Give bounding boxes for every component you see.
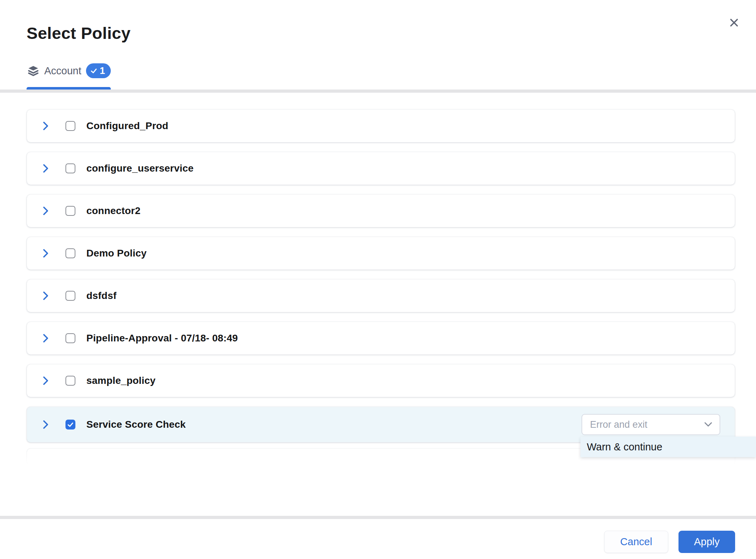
header-divider [0,90,756,93]
selected-count-badge: 1 [86,63,111,78]
failure-action-value: Error and exit [590,419,647,430]
chevron-right-icon[interactable] [42,333,49,343]
chevron-right-icon[interactable] [42,121,49,131]
chevron-right-icon[interactable] [42,163,49,173]
policy-row-pipeline-approval[interactable]: Pipeline-Approval - 07/18- 08:49 [27,322,735,355]
policy-name: Service Score Check [86,419,186,430]
policy-row-configured-prod[interactable]: Configured_Prod [27,110,735,142]
failure-action-dropdown-menu: Warn & continue [580,437,756,457]
policy-checkbox[interactable] [65,248,75,258]
chevron-right-icon[interactable] [42,420,49,430]
policy-name: dsfdsf [86,290,116,301]
policy-checkbox[interactable] [65,333,75,343]
dialog-title: Select Policy [27,23,131,43]
dropdown-option-warn-continue[interactable]: Warn & continue [580,437,756,457]
close-icon[interactable] [725,13,743,32]
layers-icon [27,65,40,77]
policy-row-sample-policy[interactable]: sample_policy [27,364,735,397]
failure-action-select[interactable]: Error and exit [582,414,720,435]
policy-name: sample_policy [86,375,156,386]
policy-checkbox[interactable] [65,206,75,216]
chevron-right-icon[interactable] [42,206,49,216]
chevron-right-icon[interactable] [42,248,49,258]
policy-checkbox[interactable] [65,291,75,301]
cancel-button[interactable]: Cancel [604,531,668,553]
selected-count: 1 [100,65,105,76]
tab-account[interactable]: Account 1 [27,62,111,79]
policy-row-demo-policy[interactable]: Demo Policy [27,237,735,270]
policy-name: Demo Policy [86,248,147,259]
select-policy-dialog: Select Policy Account 1 Configured_Prod [0,0,756,559]
policy-row-connector2[interactable]: connector2 [27,195,735,227]
check-icon [90,67,97,74]
tab-account-label: Account [44,65,81,77]
policy-row-dsfdsf[interactable]: dsfdsf [27,280,735,312]
policy-name: Pipeline-Approval - 07/18- 08:49 [86,333,238,344]
chevron-right-icon[interactable] [42,376,49,386]
apply-button[interactable]: Apply [678,531,735,553]
policy-row-configure-userservice[interactable]: configure_userservice [27,152,735,185]
policy-checkbox[interactable] [65,376,75,386]
chevron-right-icon[interactable] [42,291,49,301]
chevron-down-icon [704,422,712,427]
policy-name: configure_userservice [86,163,194,174]
policy-checkbox[interactable] [65,163,75,173]
policy-checkbox-checked[interactable] [65,420,75,430]
policy-name: Configured_Prod [86,120,168,132]
policy-name: connector2 [86,205,141,217]
footer-divider [0,516,756,519]
policy-checkbox[interactable] [65,121,75,131]
